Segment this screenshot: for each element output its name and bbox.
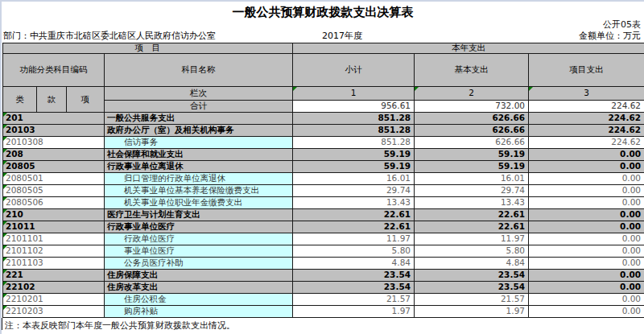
subject-name-cell[interactable]: 一般公共服务支出 (105, 113, 293, 125)
basic-expenditure-cell[interactable]: 5.80 (415, 245, 529, 258)
basic-expenditure-cell[interactable]: 16.01 (415, 173, 529, 185)
header-class[interactable]: 类 (3, 87, 37, 113)
header-code-group[interactable]: 功能分类科目编码 (3, 54, 105, 87)
subject-name-cell[interactable]: 住房公积金 (105, 294, 293, 306)
total-project-cell[interactable]: 224.62 (529, 101, 644, 113)
subtotal-cell[interactable]: 23.54 (293, 270, 415, 282)
subject-name-cell[interactable]: 住房改革支出 (105, 282, 293, 294)
project-expenditure-cell[interactable]: 0.00 (529, 149, 644, 161)
code-cell[interactable]: 22102 (3, 282, 105, 294)
code-cell[interactable]: 210 (3, 209, 105, 221)
subject-name-cell[interactable]: 机关事业单位基本养老保险缴费支出 (105, 185, 293, 197)
total-subtotal-cell[interactable]: 956.61 (293, 101, 415, 113)
header-item[interactable]: 项 (67, 87, 105, 113)
subtotal-cell[interactable]: 5.80 (293, 245, 415, 258)
code-cell[interactable]: 2080506 (3, 197, 105, 209)
header-col-2[interactable]: 2 (415, 87, 529, 101)
subtotal-cell[interactable]: 851.28 (293, 137, 415, 149)
basic-expenditure-cell[interactable]: 1.97 (415, 306, 529, 318)
code-cell[interactable]: 21011 (3, 221, 105, 233)
header-col-1[interactable]: 1 (293, 87, 415, 101)
subtotal-cell[interactable]: 11.97 (293, 233, 415, 245)
code-cell[interactable]: 2080501 (3, 173, 105, 185)
subtotal-cell[interactable]: 29.74 (293, 185, 415, 197)
code-cell[interactable]: 20103 (3, 125, 105, 137)
project-expenditure-cell[interactable]: 0.00 (529, 306, 644, 318)
code-cell[interactable]: 2101101 (3, 233, 105, 245)
project-expenditure-cell[interactable]: 224.62 (529, 113, 644, 125)
header-current-year-group[interactable]: 本年支出 (293, 43, 644, 54)
subtotal-cell[interactable]: 59.19 (293, 161, 415, 173)
subtotal-cell[interactable]: 21.57 (293, 294, 415, 306)
basic-expenditure-cell[interactable]: 626.66 (415, 125, 529, 137)
code-cell[interactable]: 221 (3, 270, 105, 282)
header-column-index[interactable]: 栏次 (105, 87, 293, 101)
project-expenditure-cell[interactable]: 0.00 (529, 282, 644, 294)
project-expenditure-cell[interactable]: 0.00 (529, 245, 644, 258)
basic-expenditure-cell[interactable]: 23.54 (415, 270, 529, 282)
basic-expenditure-cell[interactable]: 23.54 (415, 282, 529, 294)
subtotal-cell[interactable]: 23.54 (293, 282, 415, 294)
header-subtotal[interactable]: 小计 (293, 54, 415, 87)
header-basic[interactable]: 基本支出 (415, 54, 529, 87)
subject-name-cell[interactable]: 社会保障和就业支出 (105, 149, 293, 161)
basic-expenditure-cell[interactable]: 626.66 (415, 137, 529, 149)
header-project-group[interactable]: 项 目 (3, 43, 293, 54)
code-cell[interactable]: 20805 (3, 161, 105, 173)
code-cell[interactable]: 2210201 (3, 294, 105, 306)
basic-expenditure-cell[interactable]: 11.97 (415, 233, 529, 245)
subject-name-cell[interactable]: 购房补贴 (105, 306, 293, 318)
subject-name-cell[interactable]: 行政事业单位离退休 (105, 161, 293, 173)
subject-name-cell[interactable]: 住房保障支出 (105, 270, 293, 282)
total-basic-cell[interactable]: 732.00 (415, 101, 529, 113)
header-col-3[interactable]: 3 (529, 87, 644, 101)
subtotal-cell[interactable]: 22.61 (293, 209, 415, 221)
code-cell[interactable]: 208 (3, 149, 105, 161)
project-expenditure-cell[interactable]: 0.00 (529, 270, 644, 282)
subtotal-cell[interactable]: 851.28 (293, 125, 415, 137)
subtotal-cell[interactable]: 4.84 (293, 258, 415, 270)
project-expenditure-cell[interactable]: 0.00 (529, 258, 644, 270)
project-expenditure-cell[interactable]: 0.00 (529, 185, 644, 197)
project-expenditure-cell[interactable]: 0.00 (529, 221, 644, 233)
project-expenditure-cell[interactable]: 224.62 (529, 137, 644, 149)
project-expenditure-cell[interactable]: 0.00 (529, 233, 644, 245)
subject-name-cell[interactable]: 机关事业单位职业年金缴费支出 (105, 197, 293, 209)
subject-name-cell[interactable]: 事业单位医疗 (105, 245, 293, 258)
header-subject-name[interactable]: 科目名称 (105, 54, 293, 87)
code-cell[interactable]: 201 (3, 113, 105, 125)
project-expenditure-cell[interactable]: 0.00 (529, 197, 644, 209)
subtotal-cell[interactable]: 59.19 (293, 149, 415, 161)
subtotal-cell[interactable]: 22.61 (293, 221, 415, 233)
subject-name-cell[interactable]: 行政事业单位医疗 (105, 221, 293, 233)
basic-expenditure-cell[interactable]: 22.61 (415, 221, 529, 233)
subject-name-cell[interactable]: 政府办公厅（室）及相关机构事务 (105, 125, 293, 137)
project-expenditure-cell[interactable]: 224.62 (529, 125, 644, 137)
header-project-exp[interactable]: 项目支出 (529, 54, 644, 87)
basic-expenditure-cell[interactable]: 59.19 (415, 149, 529, 161)
basic-expenditure-cell[interactable]: 22.61 (415, 209, 529, 221)
code-cell[interactable]: 2210203 (3, 306, 105, 318)
basic-expenditure-cell[interactable]: 4.84 (415, 258, 529, 270)
basic-expenditure-cell[interactable]: 29.74 (415, 185, 529, 197)
code-cell[interactable]: 2101102 (3, 245, 105, 258)
code-cell[interactable]: 2101103 (3, 258, 105, 270)
total-label-cell[interactable]: 合计 (105, 101, 293, 113)
subject-name-cell[interactable]: 行政单位医疗 (105, 233, 293, 245)
basic-expenditure-cell[interactable]: 626.66 (415, 113, 529, 125)
project-expenditure-cell[interactable]: 0.00 (529, 161, 644, 173)
project-expenditure-cell[interactable]: 0.00 (529, 173, 644, 185)
code-cell[interactable]: 2080505 (3, 185, 105, 197)
subtotal-cell[interactable]: 16.01 (293, 173, 415, 185)
code-cell[interactable]: 2010308 (3, 137, 105, 149)
subtotal-cell[interactable]: 1.97 (293, 306, 415, 318)
project-expenditure-cell[interactable]: 0.00 (529, 294, 644, 306)
basic-expenditure-cell[interactable]: 13.43 (415, 197, 529, 209)
subtotal-cell[interactable]: 13.43 (293, 197, 415, 209)
basic-expenditure-cell[interactable]: 21.57 (415, 294, 529, 306)
header-section[interactable]: 款 (37, 87, 67, 113)
subtotal-cell[interactable]: 851.28 (293, 113, 415, 125)
subject-name-cell[interactable]: 公务员医疗补助 (105, 258, 293, 270)
subject-name-cell[interactable]: 医疗卫生与计划生育支出 (105, 209, 293, 221)
basic-expenditure-cell[interactable]: 59.19 (415, 161, 529, 173)
